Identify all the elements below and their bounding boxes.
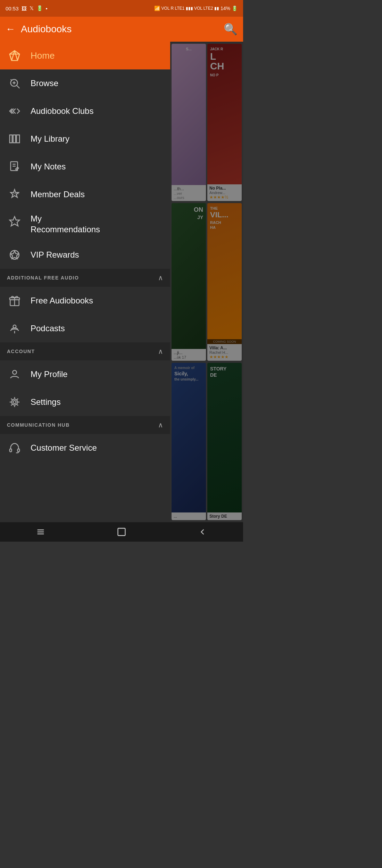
- additional-free-audio-title: ADDITIONAL FREE AUDIO: [7, 275, 79, 281]
- status-right: 📶 VOL R LTE1 ▮▮▮ VOL LTE2 ▮▮ 14% 🔋: [154, 6, 238, 11]
- sidebar-item-my-notes[interactable]: My Notes: [0, 153, 170, 181]
- my-notes-label: My Notes: [31, 162, 66, 172]
- collapse-icon: ∧: [158, 274, 163, 282]
- sidebar-item-free-audiobooks[interactable]: Free Audiobooks: [0, 287, 170, 315]
- svg-line-5: [18, 54, 20, 60]
- svg-point-27: [12, 399, 18, 405]
- vip-rewards-label: VIP Rewards: [31, 250, 79, 260]
- wifi-icon: 📶: [154, 6, 160, 11]
- sidebar-item-settings[interactable]: Settings: [0, 388, 170, 416]
- sidebar-item-vip-rewards[interactable]: VIP Rewards: [0, 241, 170, 269]
- account-title: ACCOUNT: [7, 349, 35, 354]
- sidebar-item-customer-service[interactable]: Customer Service: [0, 434, 170, 464]
- browse-label: Browse: [31, 78, 58, 88]
- menu-lines-button[interactable]: [30, 525, 51, 539]
- svg-line-4: [10, 54, 12, 60]
- my-recommendations-label: My Recommendations: [31, 213, 100, 235]
- customer-service-label: Customer Service: [31, 443, 97, 453]
- svg-rect-10: [10, 135, 12, 143]
- battery-alert-icon: 🔋: [36, 5, 43, 11]
- vip-icon: [7, 247, 22, 262]
- svg-text:SALE: SALE: [13, 192, 19, 195]
- twitter-icon: 𝕏: [30, 5, 34, 11]
- time-display: 00:53: [6, 6, 19, 11]
- signal-icon: VOL R LTE1 ▮▮▮ VOL LTE2 ▮▮: [161, 6, 219, 11]
- search-button[interactable]: 🔍: [224, 23, 238, 36]
- my-profile-label: My Profile: [31, 369, 68, 379]
- navigation-drawer: Home Browse: [0, 42, 170, 522]
- audiobook-clubs-icon: [7, 103, 22, 119]
- back-button[interactable]: ←: [6, 24, 15, 35]
- app-header: ← Audiobooks 🔍: [0, 17, 243, 42]
- profile-icon: [7, 367, 22, 382]
- sidebar-item-home[interactable]: Home: [0, 42, 170, 69]
- svg-line-7: [17, 85, 19, 88]
- svg-point-25: [13, 370, 16, 374]
- svg-rect-33: [118, 528, 125, 536]
- audiobook-clubs-label: Audiobook Clubs: [31, 106, 93, 116]
- communication-hub-collapse-icon: ∧: [158, 421, 163, 429]
- svg-point-23: [13, 325, 16, 328]
- section-additional-free-audio[interactable]: ADDITIONAL FREE AUDIO ∧: [0, 269, 170, 287]
- sidebar-item-member-deals[interactable]: SALE Member Deals: [0, 181, 170, 208]
- communication-hub-title: COMMUNICATION HUB: [7, 422, 70, 428]
- my-library-label: My Library: [31, 134, 69, 144]
- svg-rect-12: [17, 135, 20, 143]
- section-account[interactable]: ACCOUNT ∧: [0, 342, 170, 360]
- member-deals-label: Member Deals: [31, 190, 85, 199]
- sidebar-item-my-profile[interactable]: My Profile: [0, 360, 170, 388]
- browse-icon: [7, 76, 22, 91]
- back-nav-button[interactable]: [192, 525, 213, 539]
- free-audiobooks-label: Free Audiobooks: [31, 296, 93, 306]
- main-container: Home Browse: [0, 42, 243, 522]
- sidebar-item-browse[interactable]: Browse: [0, 69, 170, 97]
- library-icon: [7, 131, 22, 147]
- svg-rect-11: [13, 135, 16, 143]
- photo-icon: 🖼: [22, 6, 27, 11]
- svg-rect-28: [10, 449, 12, 452]
- home-label: Home: [31, 50, 55, 61]
- sidebar-item-my-library[interactable]: My Library: [0, 125, 170, 153]
- sidebar-item-audiobook-clubs[interactable]: Audiobook Clubs: [0, 97, 170, 125]
- notes-icon: [7, 159, 22, 174]
- svg-marker-19: [11, 251, 19, 259]
- settings-label: Settings: [31, 397, 61, 407]
- podcasts-label: Podcasts: [31, 324, 65, 333]
- diamond-icon: [7, 48, 22, 63]
- settings-icon: [7, 394, 22, 410]
- right-background-panel: S... ...th... ...ver ...ours JACK R L CH: [170, 42, 243, 522]
- status-left: 00:53 🖼 𝕏 🔋 •: [6, 5, 48, 11]
- dot-icon: •: [46, 6, 48, 11]
- overlay-dim: [170, 42, 243, 522]
- headset-icon: [7, 440, 22, 456]
- status-bar: 00:53 🖼 𝕏 🔋 • 📶 VOL R LTE1 ▮▮▮ VOL LTE2 …: [0, 0, 243, 17]
- battery-percent: 14%: [221, 6, 230, 11]
- header-left: ← Audiobooks: [6, 24, 72, 35]
- account-collapse-icon: ∧: [158, 347, 163, 356]
- section-communication-hub[interactable]: COMMUNICATION HUB ∧: [0, 416, 170, 434]
- sidebar-item-my-recommendations[interactable]: My Recommendations: [0, 208, 170, 241]
- svg-marker-17: [10, 217, 19, 226]
- home-circle-button[interactable]: [111, 525, 132, 539]
- svg-rect-29: [18, 449, 20, 452]
- sidebar-item-podcasts[interactable]: Podcasts: [0, 315, 170, 342]
- podcast-icon: [7, 321, 22, 336]
- recommendations-icon: [7, 214, 22, 229]
- deals-icon: SALE: [7, 187, 22, 202]
- svg-point-26: [13, 401, 16, 404]
- gift-icon: [7, 293, 22, 308]
- bottom-navigation: [0, 522, 243, 542]
- page-title: Audiobooks: [21, 24, 72, 35]
- battery-icon: 🔋: [232, 6, 238, 11]
